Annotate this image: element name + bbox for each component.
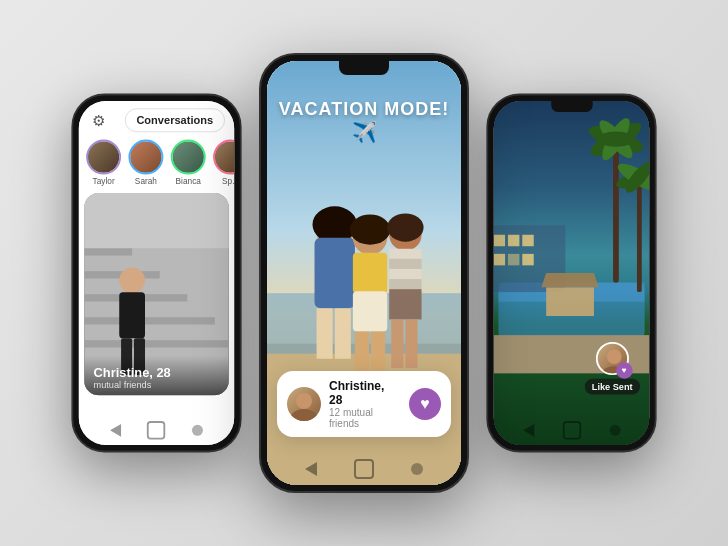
story-name-sp: Sp... — [222, 176, 234, 185]
svg-rect-34 — [405, 319, 417, 367]
svg-rect-22 — [353, 253, 387, 293]
plane-icon: ✈️ — [352, 121, 377, 143]
story-name-bianca: Bianca — [176, 176, 201, 185]
svg-rect-1 — [84, 248, 132, 255]
svg-rect-58 — [494, 254, 505, 265]
center-bottom-card: Christine, 28 12 mutual friends ♥ — [277, 371, 451, 437]
svg-rect-17 — [315, 238, 355, 309]
card-name: Christine, 28 — [93, 365, 219, 380]
scene: ⚙ Conversations Taylor — [0, 0, 728, 546]
story-circle-sp — [213, 140, 234, 175]
left-phone-screen: ⚙ Conversations Taylor — [79, 101, 234, 445]
svg-point-49 — [597, 132, 635, 147]
left-phone: ⚙ Conversations Taylor — [71, 94, 241, 453]
svg-point-39 — [290, 409, 318, 421]
story-item[interactable]: Taylor — [86, 140, 121, 186]
recents-button[interactable] — [609, 425, 620, 436]
svg-rect-19 — [335, 308, 351, 358]
svg-rect-33 — [391, 319, 403, 367]
svg-rect-18 — [317, 308, 333, 358]
home-button[interactable] — [354, 459, 374, 479]
svg-rect-30 — [389, 269, 421, 279]
svg-rect-8 — [119, 292, 145, 338]
left-nav-bar — [79, 421, 234, 439]
card-info: Christine, 28 mutual friends — [84, 356, 228, 396]
avatar-photo — [130, 141, 161, 172]
svg-point-7 — [119, 267, 145, 293]
svg-rect-57 — [522, 235, 533, 246]
like-sent-avatar-container: ♥ — [596, 342, 629, 375]
card-sub: mutual friends — [93, 380, 219, 390]
svg-rect-28 — [389, 249, 421, 259]
left-top-bar: ⚙ Conversations — [79, 101, 234, 136]
story-item[interactable]: Sarah — [128, 140, 163, 186]
svg-rect-50 — [637, 177, 642, 292]
back-button[interactable] — [110, 424, 121, 437]
right-phone: ♥ Like Sent — [486, 94, 656, 453]
story-item[interactable]: Bianca — [171, 140, 206, 186]
svg-point-27 — [387, 213, 423, 241]
svg-rect-55 — [494, 235, 505, 246]
svg-point-21 — [350, 214, 390, 244]
story-circle-taylor — [86, 140, 121, 175]
stories-row: Taylor Sarah Bianca — [79, 136, 234, 193]
like-sent-label: Like Sent — [584, 379, 640, 395]
story-name-sarah: Sarah — [135, 176, 157, 185]
svg-point-16 — [313, 206, 357, 242]
home-button[interactable] — [562, 421, 580, 439]
right-nav-bar — [494, 421, 649, 439]
svg-rect-60 — [522, 254, 533, 265]
notch — [551, 101, 592, 112]
avatar-photo — [215, 141, 234, 172]
svg-rect-6 — [84, 193, 228, 248]
heart-icon: ♥ — [420, 395, 430, 413]
gear-icon[interactable]: ⚙ — [88, 110, 108, 130]
svg-rect-44 — [613, 139, 619, 282]
svg-rect-59 — [508, 254, 519, 265]
center-phone: VACATION MODE! ✈️ Christine, 28 — [259, 53, 469, 493]
right-phone-screen: ♥ Like Sent — [494, 101, 649, 445]
like-button[interactable]: ♥ — [409, 388, 441, 420]
story-item[interactable]: Sp... — [213, 140, 234, 186]
home-button[interactable] — [147, 421, 165, 439]
svg-rect-5 — [84, 340, 228, 347]
back-button[interactable] — [523, 424, 534, 437]
avatar-photo — [88, 141, 119, 172]
profile-name: Christine, 28 — [329, 379, 401, 407]
svg-rect-29 — [389, 259, 421, 269]
svg-rect-31 — [389, 279, 421, 289]
vacation-banner: VACATION MODE! ✈️ — [267, 99, 461, 144]
vacation-mode-text: VACATION MODE! — [279, 99, 449, 119]
svg-rect-23 — [353, 291, 387, 331]
svg-rect-32 — [389, 289, 421, 319]
svg-rect-56 — [508, 235, 519, 246]
like-sent-overlay: ♥ Like Sent — [584, 342, 640, 394]
story-circle-bianca — [171, 140, 206, 175]
svg-rect-4 — [84, 317, 215, 324]
svg-marker-62 — [541, 273, 598, 287]
like-sent-heart-icon: ♥ — [616, 362, 633, 379]
profile-avatar — [287, 387, 321, 421]
svg-rect-61 — [546, 287, 594, 316]
svg-point-38 — [296, 393, 312, 409]
recents-button[interactable] — [411, 463, 423, 475]
profile-card[interactable]: Christine, 28 mutual friends — [84, 193, 228, 395]
notch — [339, 61, 389, 75]
story-circle-sarah — [128, 140, 163, 175]
story-name-taylor: Taylor — [93, 176, 115, 185]
heart-icon: ♥ — [622, 366, 627, 375]
center-phone-screen: VACATION MODE! ✈️ Christine, 28 — [267, 61, 461, 485]
conversations-tab[interactable]: Conversations — [124, 108, 225, 132]
recents-button[interactable] — [192, 425, 203, 436]
center-nav-bar — [267, 459, 461, 479]
svg-point-63 — [607, 349, 622, 364]
profile-info: Christine, 28 12 mutual friends — [329, 379, 401, 429]
avatar-photo — [173, 141, 204, 172]
profile-mutual-friends: 12 mutual friends — [329, 407, 401, 429]
back-button[interactable] — [305, 462, 317, 476]
